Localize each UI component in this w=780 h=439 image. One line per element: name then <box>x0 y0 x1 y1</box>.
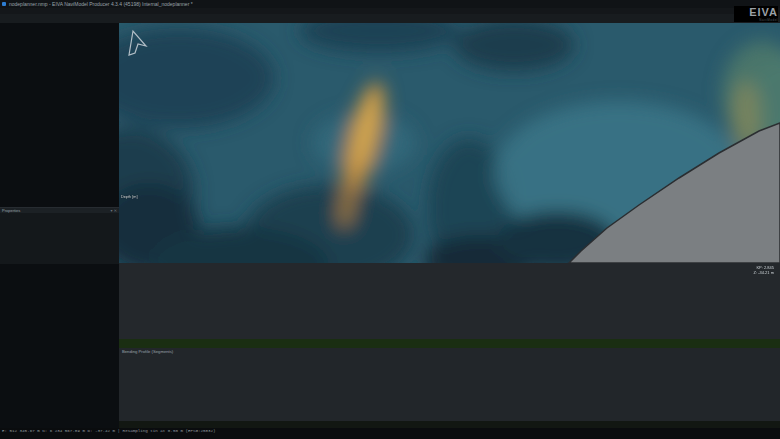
coordinate-readout: E: 512 345.67 m N: 6 234 567.89 m D: -37… <box>2 429 216 433</box>
depth-color-legend: Depth [m] <box>121 195 137 200</box>
properties-window-buttons[interactable]: ▾ ✕ <box>111 208 119 213</box>
title-bar[interactable]: nodeplanner.nmp - EIVA NaviModel Produce… <box>0 0 780 8</box>
chart-cursor-readout: KP: 2.845 Z: -34.21 m <box>754 265 774 275</box>
project-tree[interactable] <box>0 23 119 206</box>
application-window: nodeplanner.nmp - EIVA NaviModel Produce… <box>0 0 780 439</box>
status-bar: E: 512 345.67 m N: 6 234 567.89 m D: -37… <box>0 428 780 439</box>
eiva-logo-tagline: NaviModel <box>759 18 778 22</box>
chart-x-axis <box>119 339 780 348</box>
bending-profile-chart[interactable]: Bending Profile (Segments) <box>119 348 780 421</box>
left-panel: Properties ▾ ✕ <box>0 23 119 439</box>
map-view[interactable]: Depth [m] <box>119 23 780 263</box>
app-icon <box>2 2 6 6</box>
eiva-logo-text: EIVA <box>749 7 778 18</box>
window-title: nodeplanner.nmp - EIVA NaviModel Produce… <box>9 1 193 7</box>
main-toolbar <box>0 14 780 23</box>
eiva-logo: EIVA NaviModel <box>734 6 778 22</box>
profile-charts: KP: 2.845 Z: -34.21 m Bending Profile (S… <box>119 263 780 428</box>
properties-panel: Properties ▾ ✕ <box>0 207 119 264</box>
bending-chart-title: Bending Profile (Segments) <box>122 349 173 354</box>
single-depth-profile-chart[interactable]: KP: 2.845 Z: -34.21 m <box>119 263 780 339</box>
properties-title: Properties <box>2 208 20 213</box>
bathymetry-surface <box>119 23 780 263</box>
legend-title: Depth [m] <box>121 195 137 199</box>
chart2-x-axis <box>119 421 780 428</box>
